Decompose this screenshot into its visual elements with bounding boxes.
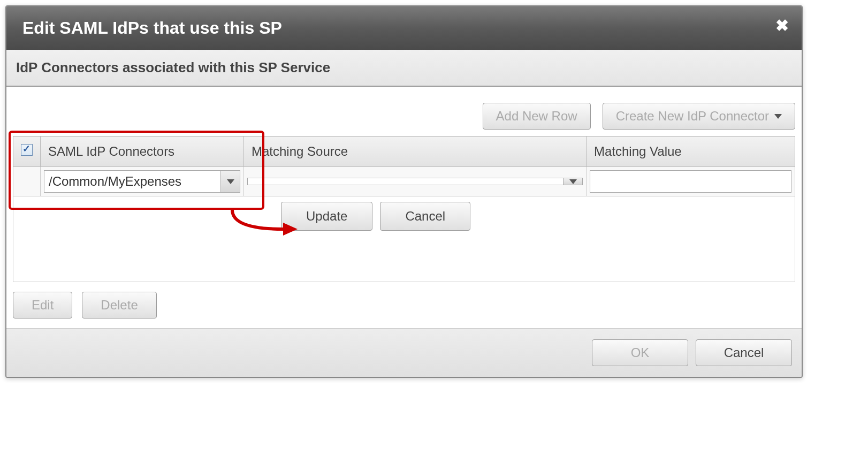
edit-label: Edit: [32, 298, 54, 313]
delete-button[interactable]: Delete: [82, 292, 156, 319]
edit-button[interactable]: Edit: [13, 292, 72, 319]
cancel-label: Cancel: [724, 345, 764, 360]
connector-dropdown-value: /Common/MyExpenses: [44, 171, 220, 192]
cancel-button[interactable]: Cancel: [696, 339, 792, 366]
bottom-actions: Edit Delete: [6, 282, 802, 328]
connector-dropdown[interactable]: /Common/MyExpenses: [44, 170, 240, 193]
delete-label: Delete: [101, 298, 138, 313]
update-label: Update: [306, 209, 347, 224]
matching-source-dropdown[interactable]: [247, 178, 583, 185]
header-matching-source[interactable]: Matching Source: [244, 137, 587, 167]
cancel-row-label: Cancel: [405, 209, 445, 224]
edit-saml-idps-dialog: Edit SAML IdPs that use this SP ✖ IdP Co…: [5, 5, 803, 378]
row-checkbox-cell: [13, 167, 41, 196]
add-new-row-label: Add New Row: [496, 109, 577, 124]
create-idp-connector-button[interactable]: Create New IdP Connector: [603, 103, 795, 130]
table-area: SAML IdP Connectors Matching Source Matc…: [13, 136, 795, 196]
header-checkbox-cell: [13, 137, 41, 167]
chevron-down-icon: [220, 171, 240, 192]
select-all-checkbox[interactable]: [21, 144, 33, 156]
dialog-footer: OK Cancel: [6, 328, 802, 377]
connector-cell: /Common/MyExpenses: [41, 167, 244, 196]
row-actions: Update Cancel: [281, 202, 470, 231]
table-empty-area: Update Cancel: [13, 196, 795, 282]
section-title: IdP Connectors associated with this SP S…: [6, 50, 802, 87]
header-connectors[interactable]: SAML IdP Connectors: [41, 137, 244, 167]
close-icon[interactable]: ✖: [775, 16, 789, 35]
ok-label: OK: [631, 345, 650, 360]
chevron-down-icon: [563, 178, 582, 185]
table-row: /Common/MyExpenses: [13, 167, 795, 196]
dialog-body: IdP Connectors associated with this SP S…: [6, 50, 802, 328]
chevron-down-icon: [774, 114, 782, 119]
header-matching-value[interactable]: Matching Value: [587, 137, 795, 167]
matching-value-input[interactable]: [590, 170, 791, 193]
add-new-row-button[interactable]: Add New Row: [483, 103, 591, 130]
ok-button[interactable]: OK: [592, 339, 688, 366]
dialog-title: Edit SAML IdPs that use this SP: [22, 18, 282, 37]
idp-connectors-table: SAML IdP Connectors Matching Source Matc…: [13, 136, 795, 196]
matching-source-dropdown-value: [248, 178, 563, 185]
create-idp-connector-label: Create New IdP Connector: [616, 109, 769, 124]
dialog-header: Edit SAML IdPs that use this SP ✖: [6, 6, 802, 50]
update-button[interactable]: Update: [281, 202, 372, 231]
cancel-row-button[interactable]: Cancel: [380, 202, 470, 231]
matching-value-cell: [587, 167, 795, 196]
matching-source-cell: [244, 167, 587, 196]
toolbar: Add New Row Create New IdP Connector: [6, 87, 802, 136]
